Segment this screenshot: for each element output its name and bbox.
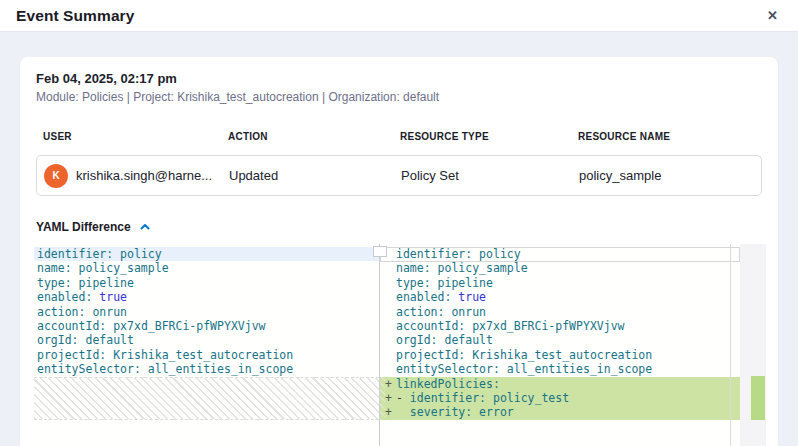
diff-line: orgId: default (380, 333, 740, 347)
close-button[interactable]: ✕ (763, 7, 782, 24)
yaml-difference-toggle[interactable]: YAML Difference (36, 220, 151, 234)
diff-line: type: pipeline (380, 276, 740, 290)
diff-add-marker: + (385, 391, 392, 405)
column-user: USER (43, 131, 228, 142)
modal-body: Feb 04, 2025, 02:17 pm Module: Policies … (0, 32, 798, 446)
modal-header: Event Summary ✕ (0, 0, 798, 32)
event-timestamp: Feb 04, 2025, 02:17 pm (36, 71, 762, 86)
diff-line: +linkedPolicies: (380, 377, 740, 391)
diff-add-marker: + (385, 405, 392, 419)
diff-line: enabled: true (34, 290, 379, 304)
diff-splitter-handle[interactable] (373, 246, 387, 257)
overview-ruler[interactable] (740, 244, 766, 446)
diff-pane-original[interactable]: identifier: policyname: policy_sampletyp… (34, 244, 379, 446)
yaml-difference-label: YAML Difference (36, 220, 131, 234)
diff-line: +- identifier: policy_test (380, 391, 740, 405)
diff-placeholder-hatch (34, 377, 379, 420)
event-meta: Module: Policies | Project: Krishika_tes… (36, 90, 762, 104)
column-resource-type: RESOURCE TYPE (400, 131, 578, 142)
diff-line: + severity: error (380, 405, 740, 419)
table-row: K krishika.singh@harne... Updated Policy… (36, 155, 762, 196)
yaml-diff-viewer: identifier: policyname: policy_sampletyp… (34, 244, 766, 446)
event-card: Feb 04, 2025, 02:17 pm Module: Policies … (20, 57, 778, 446)
chevron-up-icon (139, 221, 151, 233)
diff-line: type: pipeline (34, 276, 379, 290)
diff-line: projectId: Krishika_test_autocreation (34, 348, 379, 362)
column-resource-name: RESOURCE NAME (578, 131, 762, 142)
resource-type-value: Policy Set (401, 168, 579, 183)
diff-line: action: onrun (380, 305, 740, 319)
resource-name-value: policy_sample (579, 168, 761, 183)
close-icon: ✕ (767, 8, 778, 23)
diff-line: name: policy_sample (380, 261, 740, 275)
diff-line: enabled: true (380, 290, 740, 304)
page-title: Event Summary (16, 7, 134, 25)
avatar: K (44, 164, 68, 188)
current-line-border (380, 247, 740, 262)
action-value: Updated (229, 168, 401, 183)
user-email: krishika.singh@harne... (76, 168, 212, 183)
added-lines-marker (751, 376, 765, 420)
column-action: ACTION (228, 131, 400, 142)
diff-pane-modified[interactable]: identifier: policyname: policy_sampletyp… (380, 244, 740, 446)
diff-line: identifier: policy (34, 247, 379, 261)
diff-line: name: policy_sample (34, 261, 379, 275)
diff-line: orgId: default (34, 333, 379, 347)
diff-line: action: onrun (34, 305, 379, 319)
diff-line: accountId: px7xd_BFRCi-pfWPYXVjvw (380, 319, 740, 333)
diff-add-marker: + (385, 377, 392, 391)
diff-line: projectId: Krishika_test_autocreation (380, 348, 740, 362)
user-cell: K krishika.singh@harne... (44, 164, 229, 188)
diff-pane-edge (730, 244, 731, 446)
diff-line: accountId: px7xd_BFRCi-pfWPYXVjvw (34, 319, 379, 333)
audit-table-header: USER ACTION RESOURCE TYPE RESOURCE NAME (36, 131, 762, 142)
diff-line: entitySelector: all_entities_in_scope (380, 362, 740, 376)
diff-line: entitySelector: all_entities_in_scope (34, 362, 379, 376)
